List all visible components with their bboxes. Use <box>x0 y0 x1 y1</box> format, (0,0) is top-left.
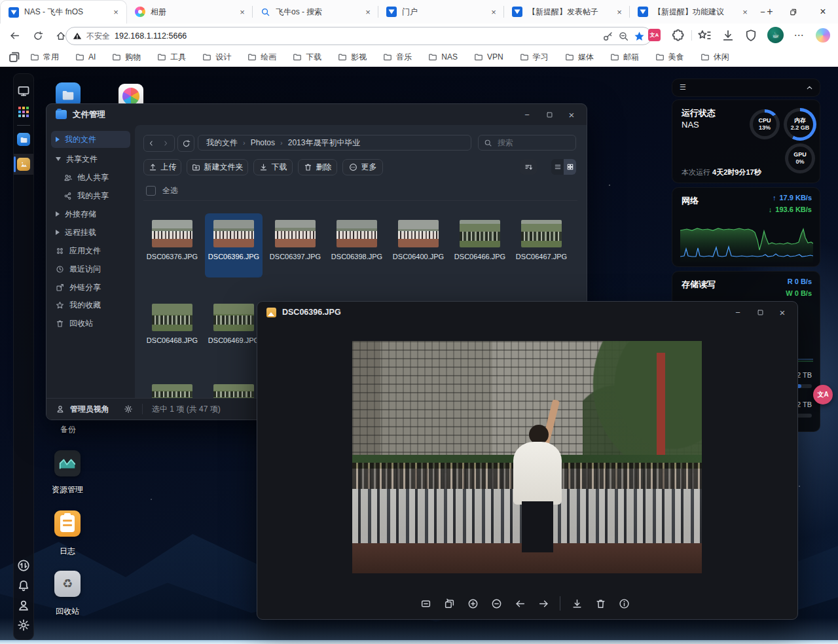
breadcrumb-item[interactable]: Photos <box>251 138 275 147</box>
panel-menu-icon[interactable]: ☰ <box>680 83 686 92</box>
bookmark-folder[interactable]: 常用 <box>30 52 59 63</box>
delete-button[interactable]: 删除 <box>298 159 337 175</box>
desktop-app-resource-monitor[interactable] <box>54 450 81 476</box>
bookmark-folder[interactable]: 绘画 <box>247 52 276 63</box>
fit-screen-button[interactable] <box>416 594 435 613</box>
download-image-button[interactable] <box>568 594 586 613</box>
file-tile[interactable]: DSC06467.JPG <box>513 213 570 277</box>
tab-close-icon[interactable]: × <box>111 7 121 18</box>
download-button[interactable]: 下载 <box>253 159 293 175</box>
new-folder-button[interactable]: 新建文件夹 <box>187 159 248 175</box>
sidebar-item-external-storage[interactable]: 外接存储 <box>46 206 135 222</box>
back-button[interactable] <box>6 27 24 45</box>
dock-desktop-icon[interactable] <box>17 84 30 98</box>
photo-image[interactable] <box>352 341 702 573</box>
url-bar[interactable]: 不安全 192.168.1.112:5666 <box>65 27 652 45</box>
sidebar-item-my-shares[interactable]: 我的共享 <box>46 188 135 204</box>
minimize-button[interactable]: − <box>727 302 749 323</box>
close-button[interactable]: × <box>560 104 583 125</box>
bookmark-folder[interactable]: 音乐 <box>383 52 412 63</box>
downloads-icon[interactable] <box>721 29 735 42</box>
sidebar-item-favorites[interactable]: 我的收藏 <box>46 297 135 313</box>
sidebar-item-recent[interactable]: 最近访问 <box>46 261 135 277</box>
favorites-bar-icon[interactable] <box>698 29 711 42</box>
profile-avatar[interactable]: ☕ <box>767 27 784 43</box>
panel-collapse-icon[interactable] <box>805 84 814 92</box>
zoom-out-page-icon[interactable] <box>618 31 629 42</box>
sidebar-item-others-shared[interactable]: 他人共享 <box>46 170 135 185</box>
password-key-icon[interactable] <box>602 31 613 42</box>
bookmark-folder[interactable]: 设计 <box>202 52 231 63</box>
rotate-button[interactable] <box>440 594 458 613</box>
file-tile[interactable]: DSC06468.JPG <box>143 297 201 361</box>
browser-tab-portal[interactable]: 门户 × <box>378 0 504 24</box>
search-box[interactable] <box>478 135 576 151</box>
translate-icon[interactable]: 文A <box>648 29 661 41</box>
nav-forward-icon[interactable] <box>158 135 173 151</box>
browser-tab-nas[interactable]: NAS - 飞牛 fnOS × <box>0 0 127 24</box>
browser-menu-icon[interactable]: ⋯ <box>792 29 805 42</box>
security-label[interactable]: 不安全 <box>86 31 110 42</box>
security-shield-icon[interactable] <box>744 29 757 42</box>
translate-bubble[interactable]: 文A <box>813 385 833 404</box>
url-text[interactable]: 192.168.1.112:5666 <box>115 31 598 41</box>
extensions-icon[interactable] <box>672 29 685 42</box>
bookmark-folder[interactable]: 学习 <box>520 52 549 63</box>
zoom-out-button[interactable] <box>487 594 505 613</box>
file-tile[interactable]: DSC06400.JPG <box>390 213 447 277</box>
grid-view-icon[interactable] <box>564 159 576 175</box>
desktop-icon-label[interactable]: 备份 <box>42 424 94 435</box>
image-info-button[interactable] <box>615 594 633 613</box>
browser-tab-album[interactable]: 相册 × <box>127 0 253 24</box>
bookmark-folder[interactable]: VPN <box>474 52 503 62</box>
bookmark-folder[interactable]: 工具 <box>157 52 186 63</box>
collections-icon[interactable] <box>8 50 21 63</box>
browser-tab-post[interactable]: 【新提醒】发表帖子 × <box>504 0 630 24</box>
bookmark-folder[interactable]: NAS <box>428 52 458 62</box>
select-all-checkbox[interactable] <box>146 186 156 196</box>
browser-tab-search[interactable]: 飞牛os - 搜索 × <box>253 0 378 24</box>
nav-back-icon[interactable] <box>144 135 158 151</box>
file-tile-selected[interactable]: DSC06396.JPG <box>205 213 263 277</box>
dock-app-grid-icon[interactable] <box>17 105 30 118</box>
breadcrumb-item[interactable]: 2013年晟平初中毕业 <box>288 137 361 149</box>
bookmark-folder[interactable]: 下载 <box>293 52 321 63</box>
file-tile[interactable] <box>143 378 201 399</box>
file-tile[interactable]: DSC06376.JPG <box>143 213 201 277</box>
maximize-button[interactable] <box>538 104 560 125</box>
breadcrumb-item[interactable]: 我的文件 <box>206 137 238 149</box>
browser-tab-suggest[interactable]: 【新提醒】功能建议 × <box>630 0 756 24</box>
bookmark-folder[interactable]: 影视 <box>338 52 367 63</box>
breadcrumb[interactable]: 我的文件› Photos› 2013年晟平初中毕业 <box>198 135 471 151</box>
dock-user-icon[interactable] <box>17 599 30 612</box>
bookmark-folder[interactable]: 购物 <box>112 52 141 63</box>
zoom-in-button[interactable] <box>464 594 482 613</box>
tab-close-icon[interactable]: × <box>488 7 499 17</box>
desktop-icon-label[interactable]: 日志 <box>41 546 94 557</box>
desktop-icon-label[interactable]: 回收站 <box>41 606 94 617</box>
next-image-button[interactable] <box>534 594 553 613</box>
file-tile[interactable]: DSC06469.JPG <box>205 297 263 361</box>
favorite-star-icon[interactable] <box>634 31 645 42</box>
maximize-button[interactable] <box>749 302 771 323</box>
file-tile[interactable]: DSC06466.JPG <box>451 213 509 277</box>
browser-restore-button[interactable] <box>778 0 808 24</box>
desktop-icon-label[interactable]: 资源管理 <box>41 484 94 495</box>
sort-button[interactable] <box>520 159 537 175</box>
dock-file-manager-icon[interactable] <box>17 133 30 146</box>
view-settings-gear-icon[interactable] <box>124 404 133 414</box>
delete-image-button[interactable] <box>591 594 610 613</box>
refresh-button[interactable] <box>29 27 46 45</box>
minimize-button[interactable]: − <box>516 104 538 125</box>
desktop-app-logs[interactable] <box>54 510 81 537</box>
tab-close-icon[interactable]: × <box>363 7 373 17</box>
browser-close-button[interactable]: × <box>808 0 838 24</box>
monitor-panel-header[interactable]: ☰ <box>672 79 820 97</box>
bookmark-folder[interactable]: 媒体 <box>565 52 594 63</box>
sidebar-item-remote-mount[interactable]: 远程挂载 <box>46 224 135 240</box>
sidebar-item-my-files[interactable]: 我的文件 <box>46 132 135 147</box>
bookmark-folder[interactable]: 美食 <box>655 52 684 63</box>
browser-minimize-button[interactable]: − <box>748 0 778 24</box>
file-tile[interactable]: DSC06398.JPG <box>328 213 386 277</box>
bookmark-folder[interactable]: AI <box>75 52 96 62</box>
